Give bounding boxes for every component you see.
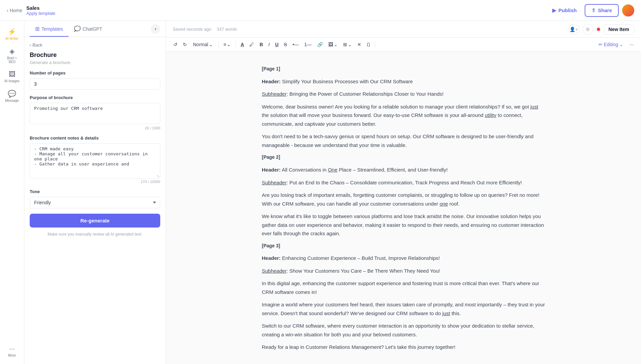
notes-textarea[interactable]: - CRM made easy - Manage all your custom… xyxy=(30,144,160,177)
page2-header-bold: Header: xyxy=(262,167,281,173)
sidebar-item-more-label: More xyxy=(8,354,16,357)
purpose-label: Purpose of brochure xyxy=(30,95,160,100)
icon-sidebar: ⚡ AI Writer ◈ Brief + SEO 🖼 AI Images 💬 … xyxy=(0,21,24,364)
toolbar: ↺ ↻ Normal ⌄ ≡ ⌄ A 🖊 B xyxy=(166,38,641,52)
divider-2 xyxy=(235,41,236,48)
format-label: Normal xyxy=(193,42,208,47)
align-button[interactable]: ≡ ⌄ xyxy=(221,40,233,49)
avatar-image xyxy=(622,4,634,17)
page2-header: Header: All Conversations in One Place –… xyxy=(262,165,545,174)
new-item-dot xyxy=(597,28,600,31)
image-button[interactable]: 🖼 ⌄ xyxy=(326,40,340,49)
chevron-left-panel-icon: › xyxy=(155,26,156,31)
editor-area: Saved seconds ago 337 words 👤+ ⚙ New Ite… xyxy=(166,21,641,364)
clear-format-button[interactable]: ✕ xyxy=(355,40,363,49)
redo-button[interactable]: ↻ xyxy=(181,40,189,49)
home-button[interactable]: ‹ Home xyxy=(7,8,22,13)
new-item-label: New Item xyxy=(609,27,629,32)
highlight-icon: 🖊 xyxy=(249,42,254,47)
sidebar-item-message[interactable]: 💬 Message xyxy=(2,87,22,105)
page3-p3: Switch to our CRM software, where every … xyxy=(262,322,545,339)
align-icon: ≡ xyxy=(223,42,226,47)
link-button[interactable]: 🔗 xyxy=(315,40,325,49)
text-color-icon: A xyxy=(241,42,244,47)
divider-3 xyxy=(375,41,375,48)
number-of-pages-input[interactable] xyxy=(30,78,160,90)
main-layout: ⚡ AI Writer ◈ Brief + SEO 🖼 AI Images 💬 … xyxy=(0,21,641,364)
user-add-icon: 👤+ xyxy=(569,27,578,32)
underline-button[interactable]: U xyxy=(273,40,280,49)
topbar-right: ▶ Publish ⇧ Share xyxy=(548,4,634,17)
share-icon: ⇧ xyxy=(591,7,596,13)
strikethrough-button[interactable]: S xyxy=(282,40,289,49)
tab-chatgpt[interactable]: 💭 ChatGPT xyxy=(68,21,108,37)
table-button[interactable]: ⊞ ⌄ xyxy=(341,40,354,49)
tone-select[interactable]: Friendly Professional Casual Formal Play… xyxy=(30,197,160,208)
bold-icon: B xyxy=(259,42,263,47)
tab-templates[interactable]: ⊞ Templates xyxy=(30,21,68,37)
sidebar-item-ai-writer-label: AI Writer xyxy=(5,37,19,40)
number-of-pages-group: Number of pages xyxy=(30,70,160,90)
left-panel: ⊞ Templates 💭 ChatGPT › ‹ Back Brochure … xyxy=(24,21,166,364)
page2-subheader: Subheader: Put an End to the Chaos – Con… xyxy=(262,178,545,187)
utility-underlined: utility xyxy=(485,112,496,118)
highlight-button[interactable]: 🖊 xyxy=(247,40,256,49)
pencil-icon: ✏ xyxy=(598,42,603,47)
align-chevron-icon: ⌄ xyxy=(227,42,231,47)
image-icon: 🖼 xyxy=(9,70,16,78)
notes-textarea-wrap: - CRM made easy - Manage all your custom… xyxy=(30,143,160,179)
settings-icon-button[interactable]: ⚙ xyxy=(583,24,593,35)
undo-icon: ↺ xyxy=(173,42,177,47)
purpose-textarea[interactable]: Promoting our CRM software xyxy=(30,103,160,124)
image-chevron-icon: ⌄ xyxy=(334,42,338,47)
italic-button[interactable]: I xyxy=(267,40,272,49)
publish-button[interactable]: ▶ Publish xyxy=(548,5,581,16)
page2-p1: Are you losing track of important emails… xyxy=(262,191,545,208)
chat-icon: 💬 xyxy=(8,90,16,98)
page3-p4: Ready for a leap in Customer Relations M… xyxy=(262,343,545,352)
image-toolbar-icon: 🖼 xyxy=(328,42,333,47)
word-count: 337 words xyxy=(217,27,237,32)
user-add-icon-button[interactable]: 👤+ xyxy=(568,24,579,35)
clear-format-icon: ✕ xyxy=(357,42,361,47)
panel-collapse-button[interactable]: › xyxy=(151,24,160,34)
topbar-title: Sales Apply template xyxy=(26,5,55,16)
page3-marker: [Page 3] xyxy=(262,242,545,250)
link-icon: 🔗 xyxy=(317,42,323,47)
bullet-list-button[interactable]: •— xyxy=(290,40,301,49)
document-body[interactable]: [Page 1] Header: Simplify Your Business … xyxy=(262,65,545,352)
sidebar-item-brief-seo[interactable]: ◈ Brief + SEO xyxy=(2,44,22,66)
format-chevron-icon: ⌄ xyxy=(209,42,213,47)
text-color-button[interactable]: A xyxy=(239,40,246,49)
sidebar-item-ai-images[interactable]: 🖼 AI Images xyxy=(2,68,22,86)
code-button[interactable]: ⟨⟩ xyxy=(365,40,372,49)
document-title: Sales xyxy=(26,5,55,11)
avatar[interactable] xyxy=(622,4,634,17)
sidebar-item-more[interactable]: ··· More xyxy=(2,342,22,360)
sidebar-item-ai-writer[interactable]: ⚡ AI Writer xyxy=(2,25,22,43)
new-item-button[interactable]: New Item xyxy=(604,24,634,34)
numbered-list-icon: 1— xyxy=(304,42,312,47)
purpose-group: Purpose of brochure Promoting our CRM so… xyxy=(30,95,160,130)
share-button[interactable]: ⇧ Share xyxy=(585,4,619,17)
code-icon: ⟨⟩ xyxy=(367,42,370,47)
bold-button[interactable]: B xyxy=(257,40,265,49)
brochure-subtitle: Generate a brochure. xyxy=(30,60,160,65)
page1-marker: [Page 1] xyxy=(262,65,545,73)
editor-actions: 👤+ ⚙ New Item xyxy=(568,24,634,35)
apply-template-link[interactable]: Apply template xyxy=(26,11,55,16)
regenerate-button[interactable]: Re-generate xyxy=(30,214,160,228)
brochure-title: Brochure xyxy=(30,52,160,59)
back-link[interactable]: ‹ Back xyxy=(30,42,160,48)
editing-mode-button[interactable]: ✏ Editing ⌄ xyxy=(596,40,626,49)
numbered-list-button[interactable]: 1— xyxy=(302,40,314,49)
notes-group: Brochure content notes & details - CRM m… xyxy=(30,135,160,184)
undo-button[interactable]: ↺ xyxy=(171,40,179,49)
format-select-button[interactable]: Normal ⌄ xyxy=(190,40,216,49)
page3-header-bold: Header: xyxy=(262,255,281,261)
more-options-button[interactable]: ··· xyxy=(628,40,636,49)
underline-icon: U xyxy=(275,42,278,47)
sidebar-item-brief-seo-label: Brief + SEO xyxy=(3,56,21,64)
divider-1 xyxy=(218,41,219,48)
tone-label: Tone xyxy=(30,189,160,194)
